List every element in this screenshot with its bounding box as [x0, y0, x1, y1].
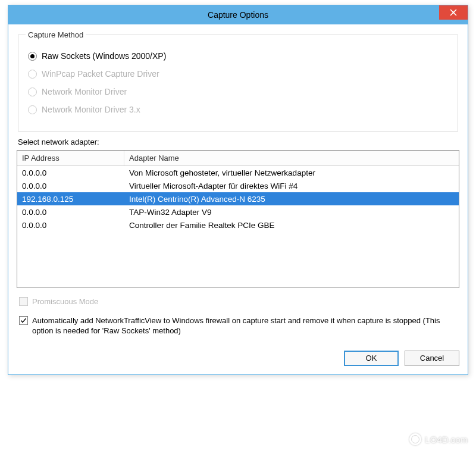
adapter-list-header: IP Address Adapter Name: [17, 151, 459, 166]
firewall-checkbox-row[interactable]: Automatically add NetworkTrafficView to …: [19, 315, 459, 336]
adapter-row[interactable]: 0.0.0.0 Virtueller Microsoft-Adapter für…: [17, 179, 459, 192]
ok-button[interactable]: OK: [344, 351, 399, 366]
adapter-ip: 0.0.0.0: [17, 168, 124, 177]
watermark: LO4D.com: [409, 433, 468, 445]
capture-method-group: Capture Method Raw Sockets (Windows 2000…: [18, 30, 458, 132]
radio-netmon: Network Monitor Driver: [28, 87, 450, 96]
adapter-name: Controller der Familie Realtek PCIe GBE: [124, 221, 459, 230]
adapter-list-body: 0.0.0.0 Von Microsoft gehosteter, virtue…: [17, 166, 459, 232]
radio-label: WinPcap Packet Capture Driver: [42, 69, 159, 79]
adapter-listbox[interactable]: IP Address Adapter Name 0.0.0.0 Von Micr…: [17, 150, 459, 288]
radio-winpcap: WinPcap Packet Capture Driver: [28, 69, 450, 79]
promiscuous-checkbox-row: Promiscuous Mode: [19, 296, 459, 307]
adapter-ip: 0.0.0.0: [17, 208, 124, 217]
radio-icon: [28, 88, 37, 96]
radio-raw-sockets[interactable]: Raw Sockets (Windows 2000/XP): [28, 51, 450, 61]
checkbox-icon: [19, 316, 28, 325]
titlebar: Capture Options: [8, 5, 468, 24]
radio-icon: [28, 105, 37, 114]
adapter-ip: 192.168.0.125: [17, 195, 124, 204]
adapter-name: Intel(R) Centrino(R) Advanced-N 6235: [124, 195, 459, 204]
close-icon: [450, 9, 457, 16]
globe-icon: [409, 433, 421, 445]
capture-method-legend: Capture Method: [26, 30, 86, 39]
check-icon: [20, 317, 27, 324]
adapter-row[interactable]: 0.0.0.0 Controller der Familie Realtek P…: [17, 218, 459, 232]
radio-netmon3: Network Monitor Driver 3.x: [28, 105, 450, 114]
checkbox-icon: [19, 297, 28, 306]
adapter-name: Virtueller Microsoft-Adapter für direkte…: [124, 182, 459, 190]
capture-options-window: Capture Options Capture Method Raw Socke…: [8, 5, 468, 375]
button-label: Cancel: [420, 354, 444, 362]
radio-label: Network Monitor Driver 3.x: [42, 105, 140, 114]
adapter-ip: 0.0.0.0: [17, 221, 124, 230]
cancel-button[interactable]: Cancel: [405, 351, 459, 366]
adapter-ip: 0.0.0.0: [17, 182, 124, 190]
radio-icon: [28, 70, 37, 79]
checkbox-label: Automatically add NetworkTrafficView to …: [32, 315, 459, 336]
adapter-name: Von Microsoft gehosteter, virtueller Net…: [124, 168, 459, 177]
col-header-ip[interactable]: IP Address: [17, 151, 124, 165]
adapter-row-selected[interactable]: 192.168.0.125 Intel(R) Centrino(R) Advan…: [17, 192, 459, 205]
radio-icon: [28, 52, 37, 61]
adapter-section-label: Select network adapter:: [18, 138, 459, 146]
dialog-content: Capture Method Raw Sockets (Windows 2000…: [8, 24, 468, 374]
button-label: OK: [366, 354, 377, 362]
close-button[interactable]: [439, 5, 468, 20]
radio-label: Network Monitor Driver: [42, 87, 127, 96]
dialog-button-row: OK Cancel: [17, 351, 459, 366]
window-title: Capture Options: [208, 10, 268, 20]
adapter-name: TAP-Win32 Adapter V9: [124, 208, 459, 217]
adapter-row[interactable]: 0.0.0.0 Von Microsoft gehosteter, virtue…: [17, 166, 459, 179]
watermark-text: LO4D.com: [425, 435, 468, 445]
col-header-name[interactable]: Adapter Name: [124, 151, 459, 165]
adapter-row[interactable]: 0.0.0.0 TAP-Win32 Adapter V9: [17, 205, 459, 218]
radio-label: Raw Sockets (Windows 2000/XP): [42, 51, 166, 61]
checkbox-label: Promiscuous Mode: [32, 296, 98, 307]
